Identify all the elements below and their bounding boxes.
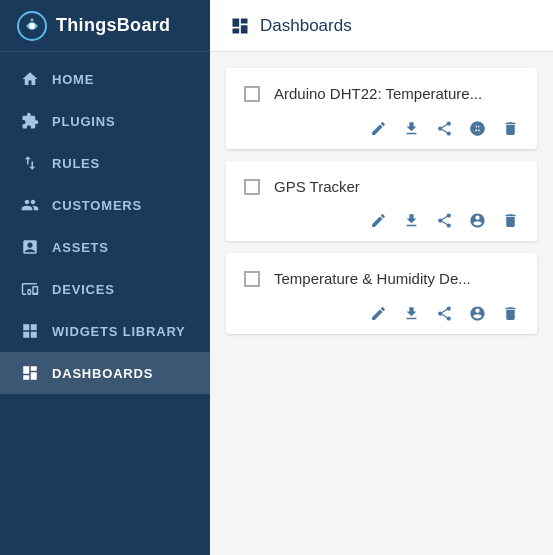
assets-icon — [20, 237, 40, 257]
edit-button-1[interactable] — [370, 120, 387, 137]
sidebar-item-label: PLUGINS — [52, 114, 115, 129]
dashboard-card-3: Temperature & Humidity De... — [226, 253, 537, 334]
dashboard-title-1: Arduino DHT22: Temperature... — [274, 84, 482, 104]
dashboards-list: Arduino DHT22: Temperature... — [210, 52, 553, 555]
sidebar-item-devices[interactable]: DEVICES — [0, 268, 210, 310]
delete-button-3[interactable] — [502, 305, 519, 322]
sidebar-item-label: HOME — [52, 72, 94, 87]
sidebar-item-assets[interactable]: ASSETS — [0, 226, 210, 268]
sidebar-item-dashboards[interactable]: DASHBOARDS — [0, 352, 210, 394]
sidebar-item-widgets-library[interactable]: WIDGETS LIBRARY — [0, 310, 210, 352]
manage-button-3[interactable] — [469, 305, 486, 322]
card-top-3: Temperature & Humidity De... — [244, 269, 519, 289]
sidebar-item-customers[interactable]: CUSTOMERS — [0, 184, 210, 226]
customers-icon — [20, 195, 40, 215]
dashboards-icon — [20, 363, 40, 383]
sidebar-item-label: RULES — [52, 156, 100, 171]
sidebar-item-label: DASHBOARDS — [52, 366, 153, 381]
sidebar: ThingsBoard HOME PLUGINS RULES — [0, 0, 210, 555]
edit-button-2[interactable] — [370, 212, 387, 229]
sidebar-item-label: WIDGETS LIBRARY — [52, 324, 186, 339]
export-button-2[interactable] — [403, 212, 420, 229]
page-title: Dashboards — [260, 16, 352, 36]
logo-icon — [16, 10, 48, 42]
sidebar-item-rules[interactable]: RULES — [0, 142, 210, 184]
share-button-3[interactable] — [436, 305, 453, 322]
sidebar-logo: ThingsBoard — [0, 0, 210, 52]
delete-button-2[interactable] — [502, 212, 519, 229]
devices-icon — [20, 279, 40, 299]
svg-point-1 — [29, 23, 35, 29]
dashboard-card-1: Arduino DHT22: Temperature... — [226, 68, 537, 149]
sidebar-item-label: DEVICES — [52, 282, 115, 297]
rules-icon — [20, 153, 40, 173]
plugins-icon — [20, 111, 40, 131]
manage-button-1[interactable] — [469, 120, 486, 137]
sidebar-item-label: CUSTOMERS — [52, 198, 142, 213]
sidebar-item-label: ASSETS — [52, 240, 109, 255]
delete-button-1[interactable] — [502, 120, 519, 137]
card-actions-2 — [244, 212, 519, 229]
share-button-2[interactable] — [436, 212, 453, 229]
main-content: Dashboards Arduino DHT22: Temperature... — [210, 0, 553, 555]
export-button-1[interactable] — [403, 120, 420, 137]
sidebar-item-home[interactable]: HOME — [0, 58, 210, 100]
dashboard-title-3: Temperature & Humidity De... — [274, 269, 471, 289]
edit-button-3[interactable] — [370, 305, 387, 322]
dashboard-title-2: GPS Tracker — [274, 177, 360, 197]
dashboards-header-icon — [230, 16, 250, 36]
card-top-1: Arduino DHT22: Temperature... — [244, 84, 519, 104]
card-top-2: GPS Tracker — [244, 177, 519, 197]
main-header: Dashboards — [210, 0, 553, 52]
share-button-1[interactable] — [436, 120, 453, 137]
dashboard-checkbox-2[interactable] — [244, 179, 260, 195]
home-icon — [20, 69, 40, 89]
card-actions-1 — [244, 120, 519, 137]
sidebar-nav: HOME PLUGINS RULES CUSTOMERS — [0, 52, 210, 394]
card-actions-3 — [244, 305, 519, 322]
dashboard-checkbox-3[interactable] — [244, 271, 260, 287]
widgets-icon — [20, 321, 40, 341]
manage-button-2[interactable] — [469, 212, 486, 229]
app-name: ThingsBoard — [56, 15, 170, 36]
export-button-3[interactable] — [403, 305, 420, 322]
dashboard-card-2: GPS Tracker — [226, 161, 537, 242]
dashboard-checkbox-1[interactable] — [244, 86, 260, 102]
sidebar-item-plugins[interactable]: PLUGINS — [0, 100, 210, 142]
